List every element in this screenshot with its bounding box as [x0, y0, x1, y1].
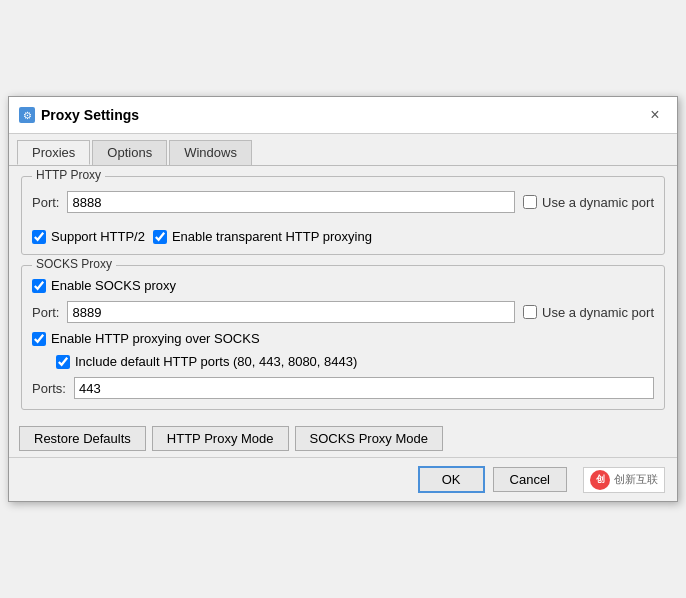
socks-dynamic-port-checkbox[interactable]: [523, 305, 537, 319]
brand-badge: 创 创新互联: [583, 467, 665, 493]
close-button[interactable]: ×: [643, 103, 667, 127]
enable-socks-checkbox[interactable]: [32, 279, 46, 293]
dialog-body: HTTP Proxy Port: Use a dynamic port Supp…: [9, 165, 677, 420]
tab-options[interactable]: Options: [92, 140, 167, 165]
include-default-ports-row: Include default HTTP ports (80, 443, 808…: [56, 354, 654, 369]
enable-socks-label: Enable SOCKS proxy: [51, 278, 176, 293]
support-http2-row: Support HTTP/2: [32, 229, 145, 244]
proxy-settings-dialog: ⚙ Proxy Settings × Proxies Options Windo…: [8, 96, 678, 502]
tab-windows[interactable]: Windows: [169, 140, 252, 165]
transparent-proxying-label: Enable transparent HTTP proxying: [172, 229, 372, 244]
socks-ports-row: Ports:: [32, 377, 654, 399]
tab-bar: Proxies Options Windows: [9, 134, 677, 165]
brand-icon: 创: [590, 470, 610, 490]
cancel-button[interactable]: Cancel: [493, 467, 567, 492]
socks-proxy-mode-button[interactable]: SOCKS Proxy Mode: [295, 426, 444, 451]
tab-proxies[interactable]: Proxies: [17, 140, 90, 165]
support-http2-label: Support HTTP/2: [51, 229, 145, 244]
include-default-ports-checkbox[interactable]: [56, 355, 70, 369]
socks-port-label: Port:: [32, 305, 59, 320]
transparent-proxying-checkbox[interactable]: [153, 230, 167, 244]
enable-http-over-socks-label: Enable HTTP proxying over SOCKS: [51, 331, 260, 346]
dialog-title: Proxy Settings: [41, 107, 637, 123]
socks-proxy-label: SOCKS Proxy: [32, 257, 116, 271]
socks-ports-input[interactable]: [74, 377, 654, 399]
title-bar: ⚙ Proxy Settings ×: [9, 97, 677, 134]
http-dynamic-port-checkbox[interactable]: [523, 195, 537, 209]
socks-dynamic-port-label: Use a dynamic port: [542, 305, 654, 320]
dialog-footer: OK Cancel 创 创新互联: [9, 457, 677, 501]
socks-proxy-group: SOCKS Proxy Enable SOCKS proxy Port: Use…: [21, 265, 665, 410]
http-options-row: Support HTTP/2 Enable transparent HTTP p…: [32, 221, 654, 244]
socks-ports-label: Ports:: [32, 381, 66, 396]
http-proxy-mode-button[interactable]: HTTP Proxy Mode: [152, 426, 289, 451]
enable-http-over-socks-checkbox[interactable]: [32, 332, 46, 346]
http-proxy-label: HTTP Proxy: [32, 168, 105, 182]
ok-button[interactable]: OK: [418, 466, 485, 493]
socks-port-input[interactable]: [67, 301, 515, 323]
http-port-label: Port:: [32, 195, 59, 210]
http-port-row: Port: Use a dynamic port: [32, 191, 654, 213]
socks-port-row: Port: Use a dynamic port: [32, 301, 654, 323]
include-default-ports-label: Include default HTTP ports (80, 443, 808…: [75, 354, 357, 369]
http-dynamic-port-wrap: Use a dynamic port: [523, 195, 654, 210]
footer-buttons: Restore Defaults HTTP Proxy Mode SOCKS P…: [9, 420, 677, 457]
enable-socks-row: Enable SOCKS proxy: [32, 278, 654, 293]
restore-defaults-button[interactable]: Restore Defaults: [19, 426, 146, 451]
enable-http-over-socks-row: Enable HTTP proxying over SOCKS: [32, 331, 654, 346]
http-port-input[interactable]: [67, 191, 515, 213]
support-http2-checkbox[interactable]: [32, 230, 46, 244]
transparent-proxying-row: Enable transparent HTTP proxying: [153, 229, 372, 244]
http-dynamic-port-label: Use a dynamic port: [542, 195, 654, 210]
dialog-icon: ⚙: [19, 107, 35, 123]
socks-dynamic-port-wrap: Use a dynamic port: [523, 305, 654, 320]
http-proxy-group: HTTP Proxy Port: Use a dynamic port Supp…: [21, 176, 665, 255]
brand-text: 创新互联: [614, 472, 658, 487]
